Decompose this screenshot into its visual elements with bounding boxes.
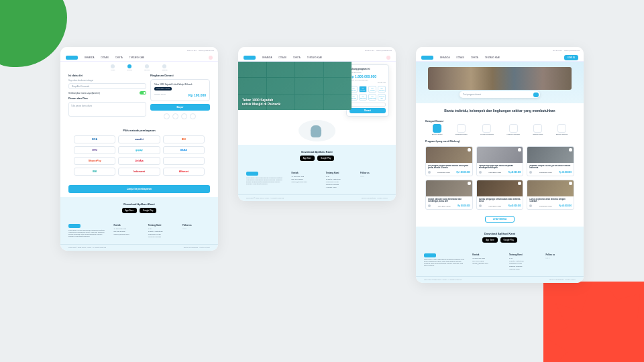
- stepper: Profil Donasi Review Selesai: [60, 62, 218, 74]
- cat-all[interactable]: Semua Kategori: [432, 124, 443, 135]
- googleplay-button[interactable]: Google Play: [140, 208, 156, 213]
- search-input[interactable]: Cari program donasi: [460, 91, 540, 98]
- search-icon[interactable]: [533, 93, 539, 97]
- pay-button[interactable]: Bayar: [150, 104, 210, 111]
- cat-sosial[interactable]: Bantuan Sosial: [533, 124, 543, 135]
- anon-toggle[interactable]: [140, 91, 146, 95]
- program-card[interactable]: Sedekah Jariyah 10.000 Qur'an untuk Pelo…: [527, 146, 574, 176]
- category-row: Semua Kategori Bantuan Bencana Layanan P…: [416, 124, 584, 139]
- logo[interactable]: [244, 56, 256, 60]
- program-grid: 500 mitiqon urusan makan donasi untuk pa…: [416, 144, 584, 212]
- logo[interactable]: [421, 56, 433, 60]
- donation-summary: Tebar 1000 Sejadah Untuk Masjid Pelosok …: [150, 79, 210, 101]
- continue-payment-button[interactable]: Lanjut ke pembayaran: [68, 185, 210, 193]
- mockup-program-detail: 081 234 567admin@berbagi.com BERANDADONA…: [238, 47, 396, 201]
- pay-ovo[interactable]: OVO: [74, 146, 115, 154]
- avatar[interactable]: [209, 56, 213, 60]
- hero-image: Tebar 1000 Sejadahuntuk Masjid di Peloso…: [238, 62, 352, 110]
- mockup-homepage: 081 234 567admin@berbagi.com BERANDADONA…: [416, 47, 584, 283]
- program-card[interactable]: Operasi dan obat agar ratna setiyawati m…: [476, 146, 524, 176]
- pay-bni[interactable]: BNI: [163, 135, 205, 143]
- appstore-button[interactable]: App Store: [122, 208, 137, 213]
- form-title: Isi data diri: [68, 74, 146, 77]
- message-textarea[interactable]: Tulis pesan kamu disini: [68, 102, 146, 117]
- pay-shopee[interactable]: ShopeePay: [74, 157, 115, 165]
- pay-mandiri[interactable]: mandiri: [118, 135, 160, 143]
- program-card[interactable]: Lansia di pelosok amat terbantu dengan s…: [527, 180, 574, 210]
- headline: Bantu individu, kelompok dan lingkungan …: [416, 103, 584, 119]
- pay-dana[interactable]: DANA: [163, 146, 205, 154]
- navbar: BERANDA DONASI CERITA TENTANG KAMI: [60, 54, 218, 62]
- donate-button[interactable]: Donasi: [350, 108, 386, 113]
- signin-button[interactable]: SIGN IN: [564, 55, 578, 60]
- cat-pendidikan[interactable]: Layanan Pendidikan: [480, 124, 494, 135]
- googleplay-button[interactable]: Google Play: [317, 156, 334, 161]
- pay-indomaret[interactable]: Indomaret: [118, 168, 160, 176]
- see-all-button[interactable]: LIHAT SEMUA: [485, 216, 515, 223]
- logo[interactable]: [66, 56, 78, 60]
- cat-nasional[interactable]: Bantuan Nasional: [556, 124, 568, 135]
- pay-alfamart[interactable]: Alfamart: [163, 168, 205, 176]
- pay-bca[interactable]: BCA: [74, 135, 115, 143]
- appstore-button[interactable]: App Store: [300, 156, 315, 161]
- footer: Laziz Darul Hikam merupakan lembaga fila…: [60, 219, 218, 244]
- custom-amount-input[interactable]: [350, 103, 386, 107]
- avatar[interactable]: [386, 56, 390, 60]
- amount-presets: Rp 10.000 Rp 20.000 Rp 50.000 Rp 100.000…: [350, 86, 386, 101]
- program-card[interactable]: Sumbu pengungsi kemanusiaan tidak semena…: [476, 180, 524, 210]
- cat-bencana[interactable]: Bantuan Bencana: [455, 124, 467, 135]
- pay-bsi[interactable]: BSI: [74, 168, 115, 176]
- cat-kesehatan[interactable]: Layanan Kesehatan: [507, 124, 520, 135]
- hero: Cari program donasi: [416, 62, 584, 103]
- mockup-checkout: 081 234 567admin@berbagi.com BERANDA DON…: [60, 47, 218, 251]
- pay-linkaja[interactable]: LinkAja: [118, 157, 160, 165]
- pay-gopay[interactable]: gopay: [118, 146, 160, 154]
- payment-grid: BCA mandiri BNI OVO gopay DANA ShopeePay…: [74, 135, 205, 176]
- program-card[interactable]: Infaqin panutan sulita melihatkan dan me…: [425, 180, 473, 210]
- program-card[interactable]: 500 mitiqon urusan makan donasi untuk pa…: [425, 146, 473, 176]
- googleplay-button[interactable]: Google Play: [500, 237, 517, 243]
- name-field[interactable]: Rizqi Adri Firmanda: [68, 83, 146, 89]
- donate-card: Dukung program ini Dana terkumpul Rp 1.8…: [346, 64, 389, 117]
- illustration: [238, 117, 396, 145]
- appstore-button[interactable]: App Store: [482, 237, 497, 243]
